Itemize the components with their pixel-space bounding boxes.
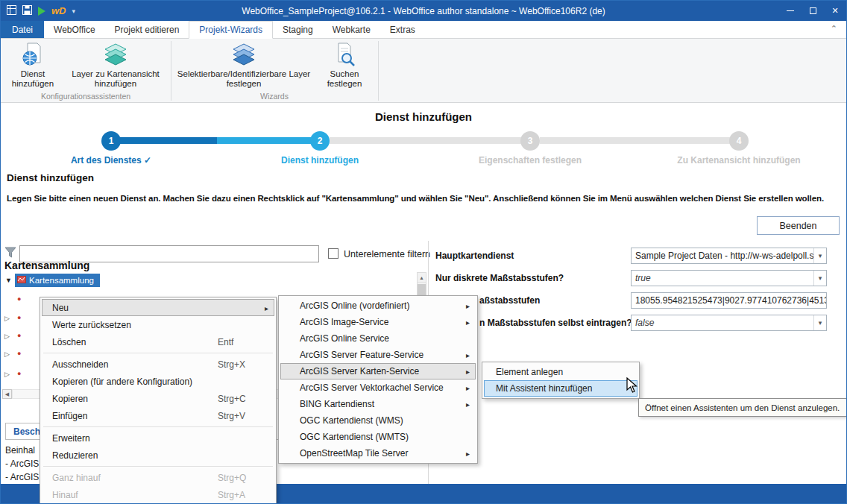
tab-datei[interactable]: Datei bbox=[1, 21, 44, 38]
tab-projekt-editieren[interactable]: Projekt editieren bbox=[105, 21, 189, 38]
menu-item-arcgis-online-vordefiniert[interactable]: ArcGIS Online (vordefiniert)▸ bbox=[280, 297, 476, 314]
menu-item-arcgis-server-feature-service[interactable]: ArcGIS Server Feature-Service▸ bbox=[280, 347, 476, 363]
titlebar: WebOffice_SampleProject@106.2.1 - WebOff… bbox=[1, 1, 846, 21]
menu-item-openstreetmap-tile-server[interactable]: OpenStreetMap Tile Server▸ bbox=[280, 445, 476, 462]
dropdown-arrow-icon[interactable]: ▾ bbox=[813, 315, 826, 330]
tree-node-kartensammlung[interactable]: Kartensammlung bbox=[15, 274, 100, 287]
menu-item-mit-assistent-hinzufuegen[interactable]: Mit Assistent hinzufügen bbox=[484, 380, 637, 397]
menu-item-arcgis-online-service[interactable]: ArcGIS Online Service bbox=[280, 330, 476, 347]
scroll-up-icon[interactable]: ▲ bbox=[418, 273, 426, 283]
menu-item-einfuegen[interactable]: EinfügenStrg+V bbox=[42, 407, 274, 424]
layer-bullet-icon: ● bbox=[17, 350, 21, 357]
progress-bar-pending bbox=[330, 137, 522, 144]
tree-collapse-icon[interactable]: ▷ bbox=[4, 371, 10, 378]
menu-item-kopieren[interactable]: KopierenStrg+C bbox=[42, 390, 274, 407]
submenu-arrow-icon: ▸ bbox=[466, 302, 470, 310]
dropdown-arrow-icon[interactable]: ▾ bbox=[813, 271, 826, 286]
window-title: WebOffice_SampleProject@106.2.1 - WebOff… bbox=[1, 6, 846, 16]
checkbox-label: Unterelemente filtern bbox=[344, 249, 430, 259]
menu-item-reduzieren[interactable]: Reduzieren bbox=[42, 447, 274, 464]
tab-weboffice[interactable]: WebOffice bbox=[44, 21, 105, 38]
tab-extras[interactable]: Extras bbox=[380, 21, 425, 38]
close-button[interactable]: ✕ bbox=[824, 1, 846, 21]
menu-item-element-anlegen[interactable]: Element anlegen bbox=[484, 364, 637, 380]
menu-item-arcgis-server-karten-service[interactable]: ArcGIS Server Karten-Service▸ bbox=[280, 363, 476, 379]
progress-bar-done bbox=[111, 137, 217, 144]
tab-projekt-wizards[interactable]: Projekt-Wizards bbox=[189, 21, 273, 39]
property-label-massstabsstufen: aßstabsstufen bbox=[479, 295, 540, 306]
step-circle-2: 2 bbox=[310, 131, 330, 151]
submenu-arrow-icon: ▸ bbox=[466, 368, 470, 376]
menu-separator bbox=[43, 426, 273, 427]
property-label-selbst-eintragen: n Maßstabsstufen selbst eintragen? bbox=[479, 318, 632, 328]
tree-collapse-icon[interactable]: ▷ bbox=[4, 315, 10, 322]
selbst-eintragen-dropdown[interactable]: false ▾ bbox=[631, 315, 827, 331]
ribbon-tab-bar: Datei WebOffice Projekt editieren Projek… bbox=[1, 21, 846, 39]
diskrete-massstabsstufen-dropdown[interactable]: true ▾ bbox=[631, 270, 827, 286]
beenden-button[interactable]: Beenden bbox=[757, 216, 840, 235]
action-submenu: Element anlegen Mit Assistent hinzufügen bbox=[482, 362, 640, 399]
menu-separator bbox=[43, 353, 273, 353]
tree-collapse-icon[interactable]: ▷ bbox=[4, 333, 10, 340]
menu-item-bing-kartendienst[interactable]: BING Kartendienst▸ bbox=[280, 396, 476, 412]
ribbon-group-label: Wizards bbox=[171, 92, 378, 101]
menu-item-ganz-hinauf[interactable]: Ganz hinaufStrg+Q bbox=[42, 469, 274, 486]
ribbon-group-label: Konfigurationsassistenten bbox=[1, 92, 171, 101]
service-type-submenu: ArcGIS Online (vordefiniert)▸ ArcGIS Ima… bbox=[278, 295, 478, 464]
app-icon[interactable] bbox=[7, 5, 16, 17]
description-line: - ArcGIS bbox=[5, 459, 39, 469]
layer-zu-kartenansicht-button[interactable]: Layer zu Kartenansicht hinzufügen bbox=[65, 41, 166, 89]
menu-item-ogc-kartendienst-wms[interactable]: OGC Kartendienst (WMS) bbox=[280, 412, 476, 429]
scroll-left-icon[interactable]: ◀ bbox=[2, 389, 12, 399]
menu-item-loeschen[interactable]: LöschenEntf bbox=[42, 333, 274, 350]
search-document-icon bbox=[333, 41, 356, 68]
step-circle-4: 4 bbox=[729, 131, 749, 151]
submenu-arrow-icon: ▸ bbox=[466, 384, 470, 392]
property-label-hauptkartendienst: Hauptkartendienst bbox=[435, 251, 514, 261]
suchen-festlegen-button[interactable]: Suchen festlegen bbox=[314, 41, 375, 89]
tab-staging[interactable]: Staging bbox=[273, 21, 323, 38]
dropdown-arrow-icon[interactable]: ▾ bbox=[813, 248, 826, 263]
layer-bullet-icon: ● bbox=[17, 295, 21, 303]
tree-collapse-icon[interactable]: ▷ bbox=[4, 350, 10, 358]
hauptkartendienst-dropdown[interactable]: Sample Project Daten - http://w-ws-adelp… bbox=[631, 248, 827, 264]
save-icon[interactable] bbox=[22, 5, 32, 17]
wizard-instructions: Legen Sie bitte einen neuen Dienst an. M… bbox=[7, 194, 843, 203]
description-line: Beinhal bbox=[5, 445, 35, 456]
menu-item-ogc-kartendienst-wmts[interactable]: OGC Kartendienst (WMTS) bbox=[280, 429, 476, 445]
selektierbare-layer-button[interactable]: Selektierbare/Identifizierbare Layer fes… bbox=[177, 41, 311, 89]
menu-item-neu[interactable]: Neu▸ bbox=[42, 299, 274, 316]
submenu-arrow-icon: ▸ bbox=[265, 303, 268, 312]
menu-item-arcgis-server-vektorkachel-service[interactable]: ArcGIS Server Vektorkachel Service▸ bbox=[280, 379, 476, 396]
property-label-diskrete-massstabsstufen: Nur diskrete Maßstabsstufen? bbox=[435, 273, 564, 283]
menu-item-erweitern[interactable]: Erweitern bbox=[42, 429, 274, 447]
step-label-2: Dienst hinzufügen bbox=[242, 155, 398, 166]
unterelemente-filtern-checkbox[interactable] bbox=[328, 248, 339, 259]
tab-webkarte[interactable]: Webkarte bbox=[323, 21, 380, 38]
filter-icon bbox=[4, 247, 16, 260]
layer-bullet-icon: ● bbox=[17, 370, 21, 377]
menu-item-arcgis-image-service[interactable]: ArcGIS Image-Service▸ bbox=[280, 314, 476, 330]
tooltip: Öffnet einen Assistenten um den Dienst a… bbox=[638, 398, 847, 417]
menu-item-werte-zuruecksetzen[interactable]: Werte zurücksetzen bbox=[42, 316, 274, 333]
maximize-button[interactable] bbox=[802, 1, 824, 21]
dienst-hinzufuegen-button[interactable]: Dienst hinzufügen bbox=[4, 41, 62, 89]
ribbon-group-separator bbox=[378, 41, 379, 101]
menu-item-hinauf[interactable]: HinaufStrg+A bbox=[42, 486, 274, 503]
quick-access-toolbar: wD ▾ bbox=[1, 5, 75, 17]
massstabsstufen-input[interactable]: 18055.954821525473|9027.977410762736|451… bbox=[631, 292, 827, 309]
step-label-1: Art des Dienstes ✓ bbox=[44, 155, 178, 166]
menu-item-kopieren-andere-konfiguration[interactable]: Kopieren (für andere Konfiguration) bbox=[42, 373, 274, 390]
collapse-ribbon-icon[interactable]: ⌃ bbox=[831, 24, 837, 34]
minimize-button[interactable] bbox=[779, 1, 802, 21]
step-label-4: Zu Kartenansicht hinzufügen bbox=[638, 155, 840, 166]
qat-dropdown-icon[interactable]: ▾ bbox=[72, 7, 76, 15]
run-icon[interactable] bbox=[38, 7, 45, 16]
tree-expand-icon[interactable]: ▼ bbox=[5, 277, 12, 284]
map-icon bbox=[17, 276, 26, 285]
tree-node-label: Kartensammlung bbox=[29, 276, 94, 285]
window-controls: ✕ bbox=[779, 1, 846, 21]
progress-bar-current bbox=[217, 137, 312, 144]
wizard-title: Dienst hinzufügen bbox=[1, 110, 846, 123]
menu-item-ausschneiden[interactable]: AusschneidenStrg+X bbox=[42, 356, 274, 373]
